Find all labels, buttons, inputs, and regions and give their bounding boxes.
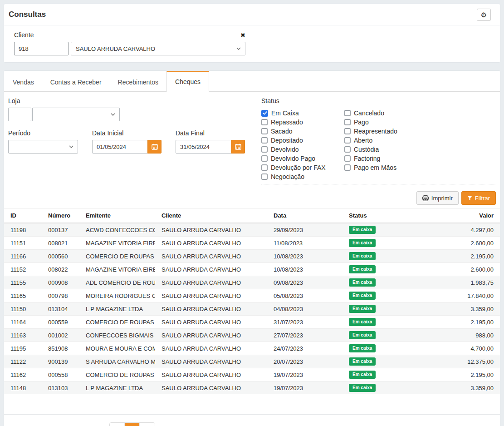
client-code-input[interactable]	[14, 42, 69, 55]
checkbox-checked-icon	[261, 110, 268, 117]
cell-valor: 2.195,00	[411, 316, 500, 329]
status-checkbox-label: Negociação	[271, 173, 304, 180]
cell-valor: 3.359,00	[411, 302, 500, 316]
column-header-data: Data	[267, 208, 343, 223]
table-row[interactable]: 11165000798MOREIRA RODRIGUES COME…SAULO …	[4, 289, 500, 302]
data-final-input[interactable]	[176, 140, 231, 154]
table-row[interactable]: 11163001002CONFECCOES BIGMAIS COM…SAULO …	[4, 329, 500, 342]
column-header-numero: Número	[42, 208, 79, 223]
status-checkbox-devolvido-pago[interactable]: Devolvido Pago	[261, 154, 344, 163]
table-row[interactable]: 11151008021MAGAZINE VITORIA EIRELI MESAU…	[4, 237, 500, 250]
cell-valor: 12.375,00	[411, 355, 500, 368]
close-icon[interactable]: ✖	[240, 32, 245, 39]
page-title: Consultas	[9, 10, 46, 19]
table-row[interactable]: 11155000908ADL COMERCIO DE ROUPAS …SAULO…	[4, 276, 500, 289]
cell-status: Em caixa	[343, 355, 411, 368]
cell-cliente: SAULO ARRUDA CARVALHO	[155, 329, 267, 342]
cell-valor: 2.195,00	[411, 250, 500, 263]
filter-button[interactable]: Filtrar	[461, 191, 496, 205]
periodo-label: Período	[8, 129, 78, 137]
cell-data: 09/08/2023	[267, 276, 343, 289]
tab-recebimentos[interactable]: Recebimentos	[110, 71, 167, 92]
status-badge: Em caixa	[349, 278, 376, 287]
status-checkbox-repassado[interactable]: Repassado	[261, 118, 344, 127]
status-checkbox-devolucao-por-fax[interactable]: Devolução por FAX	[261, 163, 344, 172]
cell-cliente: SAULO ARRUDA CARVALHO	[155, 276, 267, 289]
status-checkbox-pago[interactable]: Pago	[344, 118, 397, 127]
status-filter-group: Status Em CaixaRepassadoSacadoDepositado…	[261, 97, 496, 184]
status-checkbox-reapresentado[interactable]: Reapresentado	[344, 127, 397, 136]
cell-numero: 000908	[42, 276, 79, 289]
data-inicial-calendar-button[interactable]	[147, 140, 161, 154]
status-checkbox-custodia[interactable]: Custódia	[344, 145, 397, 154]
status-checkbox-sacado[interactable]: Sacado	[261, 127, 344, 136]
checkbox-unchecked-icon	[344, 146, 351, 153]
table-row[interactable]: 11148013103L P MAGAZINE LTDASAULO ARRUDA…	[4, 381, 500, 395]
tab-cheques[interactable]: Cheques	[166, 71, 209, 92]
cell-cliente: SAULO ARRUDA CARVALHO	[155, 302, 267, 316]
cell-numero: 008022	[42, 263, 79, 276]
cell-emitente: MOURA E MOURA E COM VAR…	[79, 342, 155, 355]
data-final-calendar-button[interactable]	[231, 140, 245, 154]
cell-numero: 000137	[42, 223, 79, 237]
status-checkbox-label: Repassado	[271, 119, 303, 126]
pagination-page-1[interactable]: 1	[125, 423, 140, 426]
cell-emitente: MAGAZINE VITORIA EIRELI ME	[79, 237, 155, 250]
table-row[interactable]: 11122900139S ARRUDA CARVALHO MESAULO ARR…	[4, 355, 500, 368]
table-row[interactable]: 11162000558COMERCIO DE ROUPAS NOV…SAULO …	[4, 368, 500, 381]
client-select[interactable]: SAULO ARRUDA CARVALHO	[71, 42, 245, 55]
table-row[interactable]: 11166000560COMERCIO DE ROUPAS NOV…SAULO …	[4, 250, 500, 263]
pagination-next-button[interactable]	[140, 423, 155, 426]
cell-id: 11166	[4, 250, 42, 263]
status-checkbox-aberto[interactable]: Aberto	[344, 136, 397, 145]
cell-emitente: S ARRUDA CARVALHO ME	[79, 355, 155, 368]
status-checkbox-label: Reapresentado	[354, 128, 397, 135]
filter-area: Loja Período Data Inicial	[4, 92, 500, 184]
table-row[interactable]: 11150013104L P MAGAZINE LTDASAULO ARRUDA…	[4, 302, 500, 316]
table-row[interactable]: 11152008022MAGAZINE VITORIA EIRELI MESAU…	[4, 263, 500, 276]
cell-data: 04/08/2023	[267, 302, 343, 316]
pagination-prev-button[interactable]	[110, 423, 125, 426]
table-row[interactable]: 11164000559COMERCIO DE ROUPAS NOV…SAULO …	[4, 316, 500, 329]
status-checkbox-em-caixa[interactable]: Em Caixa	[261, 109, 344, 118]
settings-button[interactable]: ⚙	[477, 9, 491, 21]
table-row[interactable]: 11198000137ACWD CONFECCOES COMER…SAULO A…	[4, 223, 500, 237]
data-inicial-input[interactable]	[92, 140, 148, 154]
client-section: Cliente ✖ SAULO ARRUDA CARVALHO	[4, 25, 500, 62]
data-inicial-label: Data Inicial	[92, 129, 162, 137]
cell-data: 29/09/2023	[267, 223, 343, 237]
loja-code-input[interactable]	[8, 108, 31, 121]
cell-id: 11152	[4, 263, 42, 276]
cell-id: 11150	[4, 302, 42, 316]
cell-numero: 000560	[42, 250, 79, 263]
status-checkbox-depositado[interactable]: Depositado	[261, 136, 344, 145]
cell-numero: 000558	[42, 368, 79, 381]
cell-id: 11155	[4, 276, 42, 289]
cell-emitente: L P MAGAZINE LTDA	[79, 381, 155, 395]
cell-status: Em caixa	[343, 276, 411, 289]
cell-cliente: SAULO ARRUDA CARVALHO	[155, 342, 267, 355]
cell-status: Em caixa	[343, 342, 411, 355]
tab-vendas[interactable]: Vendas	[5, 71, 42, 92]
cell-numero: 013103	[42, 381, 79, 395]
status-checkbox-pago-em-maos[interactable]: Pago em Mãos	[344, 163, 397, 172]
status-checkbox-devolvido[interactable]: Devolvido	[261, 145, 344, 154]
status-checkbox-negociacao[interactable]: Negociação	[261, 172, 344, 181]
cell-data: 19/07/2023	[267, 381, 343, 395]
table-row[interactable]: 11195851908MOURA E MOURA E COM VAR…SAULO…	[4, 342, 500, 355]
checkbox-unchecked-icon	[261, 164, 268, 171]
status-checkbox-cancelado[interactable]: Cancelado	[344, 109, 397, 118]
loja-select[interactable]	[32, 108, 120, 121]
periodo-select[interactable]	[8, 140, 78, 154]
pagination: 1	[109, 422, 155, 426]
status-checkbox-label: Pago em Mãos	[354, 164, 396, 171]
column-header-valor: Valor	[411, 208, 500, 223]
cell-numero: 851908	[42, 342, 79, 355]
cell-status: Em caixa	[343, 250, 411, 263]
table-header-row: IDNúmeroEmitenteClienteDataStatusValor	[4, 208, 500, 223]
tab-contas-a-receber[interactable]: Contas a Receber	[42, 71, 110, 92]
status-checkbox-factoring[interactable]: Factoring	[344, 154, 397, 163]
status-checkbox-label: Devolução por FAX	[271, 164, 326, 171]
print-button[interactable]: Imprimir	[416, 191, 459, 205]
status-checkbox-label: Depositado	[271, 137, 303, 144]
